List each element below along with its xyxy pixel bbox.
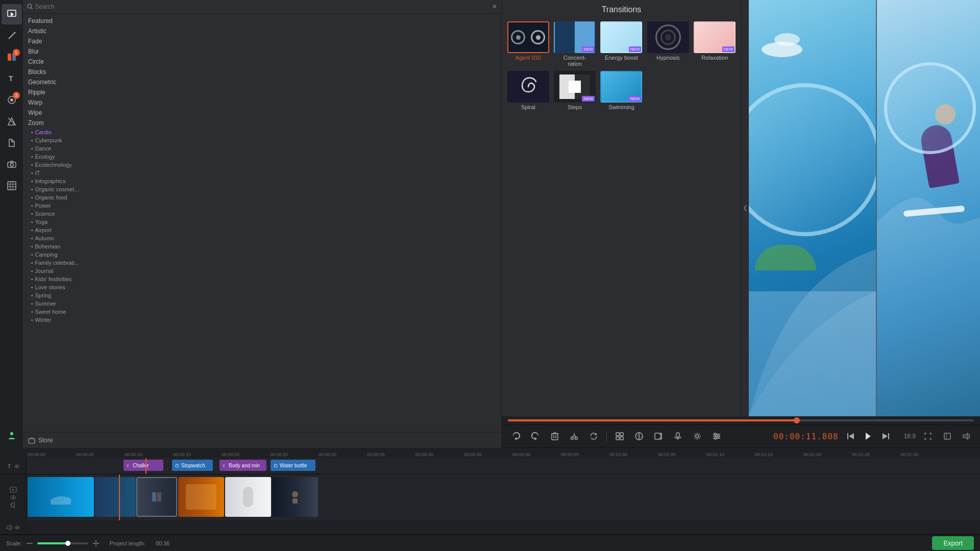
split-button[interactable] [611, 428, 628, 444]
scale-thumb[interactable] [65, 541, 70, 546]
maximize-icon[interactable] [940, 429, 954, 443]
sidebar-item-ecology[interactable]: Ecology [23, 153, 501, 161]
scale-min-icon[interactable] [26, 540, 33, 547]
wand-icon[interactable] [2, 26, 22, 46]
eye-audio-icon[interactable] [15, 525, 20, 530]
transition-agent010[interactable]: Agent 010 [507, 21, 549, 67]
person-icon[interactable] [2, 425, 22, 446]
video-track-content[interactable] [27, 474, 980, 520]
redo-button[interactable] [527, 428, 544, 444]
cut-button[interactable] [566, 428, 582, 444]
sidebar-item-kids-festivities[interactable]: Kids' festivities [23, 275, 501, 283]
undo-button[interactable] [508, 428, 524, 444]
svg-marker-52 [849, 433, 854, 439]
sidebar-item-camping[interactable]: Camping [23, 251, 501, 259]
sidebar-search[interactable]: ✕ [23, 0, 501, 14]
scale-max-icon[interactable] [92, 540, 100, 547]
sidebar-item-winter[interactable]: Winter [23, 316, 501, 324]
store-button[interactable]: Store [23, 432, 501, 448]
play-button[interactable] [860, 428, 876, 444]
sidebar-item-cyberpunk[interactable]: Cyberpunk [23, 136, 501, 144]
sidebar-item-bohemian[interactable]: Bohemian [23, 242, 501, 251]
title-track-content[interactable]: T Challer Stopwatch T Body and min Water… [27, 458, 980, 474]
fullscreen-icon[interactable] [921, 429, 935, 443]
video-clip-2[interactable] [95, 477, 136, 517]
sidebar-item-love-stories[interactable]: Love stories [23, 283, 501, 291]
progress-thumb[interactable] [794, 417, 800, 423]
overlay-icon[interactable]: 3 [2, 90, 22, 110]
title-clip-water-bottle[interactable]: Water bottle [271, 460, 315, 471]
sidebar-item-airport[interactable]: Airport [23, 226, 501, 234]
video-clip-6[interactable] [272, 477, 318, 517]
sidebar-item-autumn[interactable]: Autumn [23, 234, 501, 242]
adjust-button[interactable] [708, 428, 725, 444]
sidebar-item-yoga[interactable]: Yoga [23, 218, 501, 226]
sidebar-item-cardio[interactable]: Cardio [23, 128, 501, 136]
sidebar-section-blur[interactable]: Blur [23, 46, 501, 57]
sidebar-item-family-celebrati[interactable]: Family celebrati... [23, 259, 501, 267]
volume-icon[interactable] [960, 429, 974, 443]
skip-back-button[interactable] [844, 429, 858, 443]
shapes-icon[interactable] [2, 111, 22, 132]
sidebar-section-blocks[interactable]: Blocks [23, 67, 501, 77]
color-button[interactable] [631, 428, 647, 444]
sidebar-section-warp[interactable]: Warp [23, 97, 501, 108]
audio-button[interactable] [670, 428, 686, 444]
transition-hypnosis[interactable]: Hypnosis [647, 21, 689, 67]
transition-swimming[interactable]: NEW Swimming [600, 71, 643, 110]
media-icon[interactable] [2, 4, 22, 24]
sidebar-item-organic-cosmet[interactable]: Organic cosmet... [23, 185, 501, 193]
progress-track[interactable] [508, 419, 974, 421]
sidebar-section-featured[interactable]: Featured [23, 16, 501, 26]
scale-track[interactable] [37, 542, 88, 544]
eye-icon[interactable] [14, 464, 19, 469]
search-clear-icon[interactable]: ✕ [492, 3, 497, 10]
video-clip-4[interactable] [178, 477, 224, 517]
sidebar-item-ecotechnology[interactable]: Ecotechnology [23, 161, 501, 169]
title-clip-challenger[interactable]: T Challer [124, 460, 163, 471]
sidebar-item-sweet-home[interactable]: Sweet home [23, 308, 501, 316]
sidebar-section-zoom[interactable]: Zoom [23, 118, 501, 128]
video-clip-3-selected[interactable] [136, 477, 177, 517]
sidebar-section-ripple[interactable]: Ripple [23, 87, 501, 97]
text-icon[interactable]: T [2, 68, 22, 89]
video-clip-5[interactable] [225, 477, 271, 517]
sidebar-section-fade[interactable]: Fade [23, 36, 501, 46]
eye-track-icon[interactable] [10, 495, 16, 500]
transition-energy-boost[interactable]: NEW Energy boost [600, 21, 643, 67]
title-track-row: T T Challer Stopwatch T Body and min [0, 458, 980, 474]
rotate-button[interactable] [585, 428, 602, 444]
transition-relaxation[interactable]: NEW Relaxation [694, 21, 736, 67]
camera-icon[interactable] [2, 154, 22, 174]
sidebar-item-summer[interactable]: Summer [23, 299, 501, 308]
sidebar-item-journal[interactable]: Journal [23, 267, 501, 275]
title-clip-body[interactable]: T Body and min [219, 460, 266, 471]
sidebar-item-infographics[interactable]: Infographics [23, 177, 501, 185]
video-clip-1[interactable] [28, 477, 94, 517]
search-input[interactable] [35, 3, 490, 10]
sidebar-section-geometric[interactable]: Geometric [23, 77, 501, 87]
delete-button[interactable] [547, 428, 563, 444]
sidebar-section-wipe[interactable]: Wipe [23, 108, 501, 118]
sticker-icon[interactable] [2, 133, 22, 153]
settings-button[interactable] [689, 428, 705, 444]
transition-spiral[interactable]: Spiral [507, 71, 549, 110]
filter-icon[interactable] [2, 176, 22, 196]
transition-concentration[interactable]: NEW Concent-ration [553, 21, 596, 67]
sidebar-section-artistic[interactable]: Artistic [23, 26, 501, 36]
export-button[interactable]: Export [932, 536, 974, 550]
sidebar-item-spring[interactable]: Spring [23, 291, 501, 299]
audio-track-icon[interactable] [10, 502, 16, 508]
sidebar-item-science[interactable]: Science [23, 210, 501, 218]
sidebar-item-dance[interactable]: Dance [23, 144, 501, 153]
skip-forward-button[interactable] [878, 429, 893, 443]
video-button[interactable] [650, 428, 667, 444]
sidebar-item-it[interactable]: IT [23, 169, 501, 177]
title-clip-stopwatch[interactable]: Stopwatch [172, 460, 213, 471]
panel-collapse-handle[interactable] [742, 0, 749, 416]
sidebar-item-organic-food[interactable]: Organic food [23, 193, 501, 202]
transition-steps[interactable]: NEW Steps [553, 71, 596, 110]
sidebar-item-power[interactable]: Power [23, 202, 501, 210]
sidebar-section-circle[interactable]: Circle [23, 57, 501, 67]
transitions-icon[interactable]: 1 [2, 47, 22, 67]
